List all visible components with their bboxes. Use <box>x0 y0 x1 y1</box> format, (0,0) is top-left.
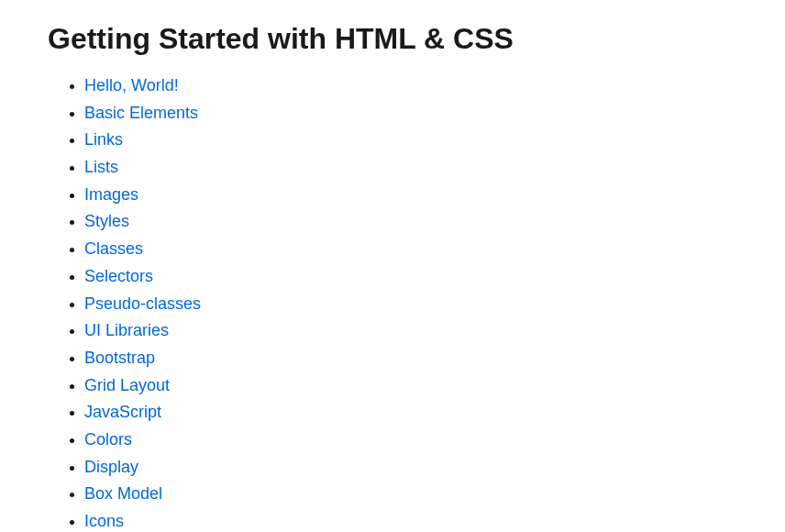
topic-link-hello-world[interactable]: Hello, World! <box>84 76 179 94</box>
list-item: Display <box>84 454 737 482</box>
topic-link-colors[interactable]: Colors <box>84 430 132 449</box>
topics-list: Hello, World! Basic Elements Links Lists… <box>48 72 737 532</box>
topic-link-images[interactable]: Images <box>84 185 138 204</box>
page-title: Getting Started with HTML & CSS <box>48 22 737 56</box>
list-item: Lists <box>84 154 737 182</box>
topic-link-classes[interactable]: Classes <box>84 239 143 258</box>
topic-link-box-model[interactable]: Box Model <box>84 484 162 503</box>
topic-link-lists[interactable]: Lists <box>84 158 118 176</box>
topic-link-ui-libraries[interactable]: UI Libraries <box>84 321 169 339</box>
list-item: Pseudo-classes <box>84 291 737 318</box>
list-item: Colors <box>84 427 737 454</box>
list-item: Icons <box>84 508 737 532</box>
topic-link-links[interactable]: Links <box>84 130 123 149</box>
list-item: Bootstrap <box>84 345 737 372</box>
topic-link-selectors[interactable]: Selectors <box>84 267 153 285</box>
list-item: Grid Layout <box>84 372 737 400</box>
topic-link-pseudo-classes[interactable]: Pseudo-classes <box>84 294 201 313</box>
topic-link-basic-elements[interactable]: Basic Elements <box>84 104 198 122</box>
topic-link-bootstrap[interactable]: Bootstrap <box>84 349 155 367</box>
list-item: Classes <box>84 236 737 263</box>
list-item: UI Libraries <box>84 317 737 345</box>
topic-link-icons[interactable]: Icons <box>84 512 124 530</box>
list-item: Styles <box>84 208 737 236</box>
list-item: JavaScript <box>84 399 737 427</box>
topic-link-display[interactable]: Display <box>84 458 138 476</box>
list-item: Selectors <box>84 263 737 291</box>
list-item: Links <box>84 127 737 154</box>
topic-link-javascript[interactable]: JavaScript <box>84 403 161 421</box>
list-item: Basic Elements <box>84 100 737 127</box>
list-item: Hello, World! <box>84 72 737 100</box>
topic-link-styles[interactable]: Styles <box>84 212 129 230</box>
list-item: Images <box>84 182 737 209</box>
topic-link-grid-layout[interactable]: Grid Layout <box>84 376 170 394</box>
list-item: Box Model <box>84 481 737 508</box>
